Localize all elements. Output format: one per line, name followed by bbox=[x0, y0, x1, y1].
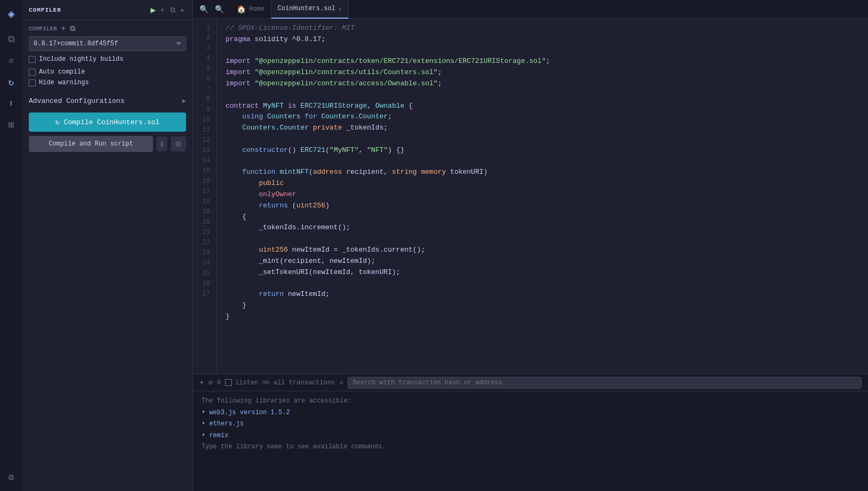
output-link[interactable]: • web3.js version 1.5.2 bbox=[202, 409, 290, 416]
chevron-icon[interactable]: ▸ bbox=[180, 4, 186, 15]
code-line: import "@openzeppelin/contracts/access/O… bbox=[226, 78, 859, 90]
bottom-output: The following libraries are accessible:•… bbox=[193, 391, 868, 491]
code-line: _setTokenURI(newItemId, tokenURI); bbox=[226, 267, 859, 278]
zoom-in-icon[interactable]: 🔍 bbox=[213, 3, 226, 16]
add-file-icon[interactable]: + bbox=[159, 5, 165, 15]
code-line: } bbox=[226, 300, 859, 311]
sidebar: COMPILER ▶ + ⧉ ▸ COMPILER + ⧉ 0.8.17+com… bbox=[22, 0, 193, 491]
line-number: 8 bbox=[193, 94, 216, 104]
logo-icon[interactable]: ◈ bbox=[2, 4, 21, 23]
home-icon: 🏠 bbox=[237, 5, 246, 14]
code-line: using Counters for Counters.Counter; bbox=[226, 111, 859, 123]
nightly-builds-row: Include nightly builds bbox=[29, 55, 186, 63]
code-line: } bbox=[226, 311, 859, 323]
file-tab[interactable]: CoinHunters.sol ✕ bbox=[271, 0, 349, 19]
clock-icon[interactable]: ⊘ bbox=[208, 378, 212, 387]
files-icon[interactable]: ⧉ bbox=[2, 30, 21, 49]
line-number: 22 bbox=[193, 238, 216, 248]
line-numbers: 1234567891011121314151617181920212223242… bbox=[193, 19, 217, 374]
code-line: return newItemId; bbox=[226, 289, 859, 300]
line-number: 20 bbox=[193, 218, 216, 228]
listen-checkbox[interactable] bbox=[225, 379, 232, 386]
home-tab-label: Home bbox=[249, 5, 264, 13]
code-line bbox=[226, 45, 859, 57]
code-line: _tokenIds.increment(); bbox=[226, 222, 859, 234]
sidebar-header: COMPILER ▶ + ⧉ ▸ bbox=[22, 0, 192, 20]
hide-warnings-label: Hide warnings bbox=[39, 79, 89, 86]
compiler-label: COMPILER + ⧉ bbox=[29, 25, 186, 33]
auto-compile-checkbox[interactable] bbox=[29, 69, 36, 76]
bottom-toolbar: ▾ ⊘ 0 listen on all transactions ⌕ bbox=[193, 374, 868, 391]
listen-checkbox-row: listen on all transactions bbox=[225, 379, 335, 387]
search-tx-input[interactable] bbox=[348, 377, 862, 389]
play-button[interactable]: ▶ bbox=[151, 5, 156, 15]
code-line: import "@openzeppelin/contracts/utils/Co… bbox=[226, 67, 859, 78]
compile-icon-inline: ↻ bbox=[55, 118, 60, 126]
output-link[interactable]: • remix bbox=[202, 432, 228, 439]
line-number: 21 bbox=[193, 228, 216, 238]
nightly-checkbox[interactable] bbox=[29, 56, 36, 63]
code-line: // SPDX-License-Identifier: MIT bbox=[226, 23, 859, 34]
sidebar-title: COMPILER bbox=[29, 7, 61, 13]
output-line: Type the library name to see available c… bbox=[202, 441, 859, 453]
code-line bbox=[226, 90, 859, 101]
line-number: 6 bbox=[193, 74, 216, 84]
line-number: 24 bbox=[193, 258, 216, 268]
output-line: • remix bbox=[202, 430, 859, 442]
line-number: 13 bbox=[193, 146, 216, 156]
code-line bbox=[226, 156, 859, 167]
chevron-right-icon: ▶ bbox=[182, 97, 186, 105]
line-number: 10 bbox=[193, 115, 216, 125]
line-number: 4 bbox=[193, 54, 216, 64]
hide-warnings-checkbox[interactable] bbox=[29, 79, 36, 86]
code-line: function mintNFT(address recipient, stri… bbox=[226, 167, 859, 178]
code-editor: 1234567891011121314151617181920212223242… bbox=[193, 19, 868, 374]
activity-bar: ◈ ⧉ ⌕ ↻ ⬆ ⊞ ⚙ bbox=[0, 0, 22, 491]
output-line: • ethers.js bbox=[202, 418, 859, 430]
output-line: • web3.js version 1.5.2 bbox=[202, 407, 859, 419]
zoom-out-icon[interactable]: 🔍 bbox=[197, 3, 211, 16]
home-tab[interactable]: 🏠 Home bbox=[230, 0, 271, 19]
code-line: _mint(recipient, newItemId); bbox=[226, 256, 859, 267]
add-compiler-icon[interactable]: + bbox=[61, 25, 66, 33]
compile-label: Compile CoinHunters.sol bbox=[64, 118, 159, 126]
code-line: uint256 newItemId = _tokenIds.current(); bbox=[226, 245, 859, 256]
compile-icon[interactable]: ↻ bbox=[2, 73, 21, 92]
compile-run-button[interactable]: Compile and Run script bbox=[29, 136, 153, 152]
deploy-icon[interactable]: ⬆ bbox=[2, 94, 21, 113]
copy-icon[interactable]: ⧉ bbox=[169, 5, 176, 15]
code-line: constructor() ERC721("MyNFT", "NFT") {} bbox=[226, 145, 859, 156]
copy-compiler-icon[interactable]: ⧉ bbox=[70, 25, 75, 33]
compiler-version-select[interactable]: 0.8.17+commit.8df45f5f bbox=[29, 36, 186, 51]
line-number: 11 bbox=[193, 125, 216, 135]
output-link[interactable]: • ethers.js bbox=[202, 420, 244, 428]
collapse-icon[interactable]: ▾ bbox=[199, 378, 204, 387]
line-number: 19 bbox=[193, 207, 216, 217]
compile-run-row: Compile and Run script ℹ ⚙ bbox=[22, 136, 192, 156]
advanced-configurations-row[interactable]: Advanced Configurations ▶ bbox=[22, 94, 192, 108]
config-button[interactable]: ⚙ bbox=[171, 136, 186, 151]
output-line: The following libraries are accessible: bbox=[202, 396, 859, 407]
code-line: contract MyNFT is ERC721URIStorage, Owna… bbox=[226, 101, 859, 112]
line-number: 25 bbox=[193, 269, 216, 279]
tab-close-icon[interactable]: ✕ bbox=[339, 5, 342, 12]
info-button[interactable]: ℹ bbox=[156, 136, 167, 151]
line-number: 2 bbox=[193, 33, 216, 43]
line-number: 18 bbox=[193, 197, 216, 207]
search-tx-icon: ⌕ bbox=[339, 379, 343, 387]
bottom-panel: ▾ ⊘ 0 listen on all transactions ⌕ The f… bbox=[193, 374, 868, 491]
line-number: 16 bbox=[193, 176, 216, 187]
line-number: 5 bbox=[193, 64, 216, 74]
code-line bbox=[226, 278, 859, 289]
sidebar-header-icons: ▶ + ⧉ ▸ bbox=[151, 4, 186, 15]
line-number: 17 bbox=[193, 187, 216, 197]
code-line bbox=[226, 234, 859, 245]
compile-button[interactable]: ↻ Compile CoinHunters.sol bbox=[29, 112, 186, 132]
search-icon[interactable]: ⌕ bbox=[2, 51, 21, 70]
advanced-label: Advanced Configurations bbox=[29, 97, 124, 105]
settings-icon[interactable]: ⚙ bbox=[2, 468, 21, 487]
code-line: { bbox=[226, 212, 859, 223]
code-lines[interactable]: // SPDX-License-Identifier: MITpragma so… bbox=[217, 19, 868, 374]
plugins-icon[interactable]: ⊞ bbox=[2, 115, 21, 134]
code-content: 1234567891011121314151617181920212223242… bbox=[193, 19, 868, 374]
